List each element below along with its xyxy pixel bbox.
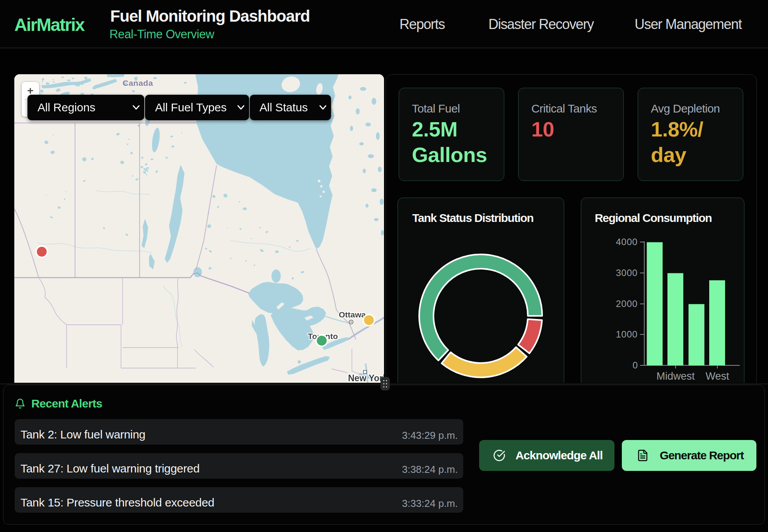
svg-text:West: West <box>705 370 729 382</box>
svg-text:3000: 3000 <box>616 268 638 278</box>
svg-text:New York: New York <box>348 373 384 383</box>
svg-text:Ottawa: Ottawa <box>339 310 366 319</box>
svg-text:1000: 1000 <box>616 329 638 339</box>
svg-text:2000: 2000 <box>616 298 638 309</box>
svg-text:4000: 4000 <box>616 237 638 247</box>
svg-text:Canada: Canada <box>123 78 153 87</box>
svg-text:Midwest: Midwest <box>656 370 695 382</box>
svg-text:0: 0 <box>633 360 638 370</box>
